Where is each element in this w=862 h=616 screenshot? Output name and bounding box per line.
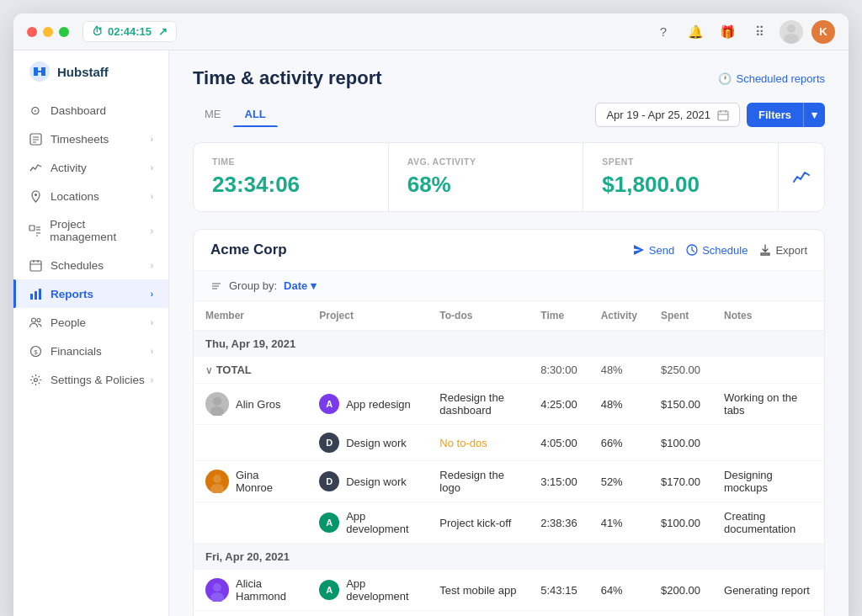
project-name: App redesign [346,398,411,411]
project-badge: A [319,394,339,414]
filters-button[interactable]: Filters ▾ [747,103,825,127]
clock-icon: ⏱ [92,25,103,38]
sidebar-item-project-management[interactable]: Project management › [13,210,168,251]
sidebar-item-activity[interactable]: Activity › [13,153,168,182]
sidebar-item-locations[interactable]: Locations › [13,182,168,210]
stat-time-label: TIME [212,157,370,167]
gift-icon[interactable]: 🎁 [716,20,739,44]
sidebar-item-reports[interactable]: Reports › [13,279,168,308]
timer-display[interactable]: ⏱ 02:44:15 ↗ [82,21,177,42]
date-group-label: Fri, Apr 20, 2021 [194,544,824,571]
filters-label: Filters [747,103,803,127]
chevron-icon: › [151,226,153,236]
report-actions: Send Schedule Export [633,244,807,257]
stat-chart-button[interactable] [778,143,824,211]
stat-spent-value: $1,800.00 [602,172,759,198]
tab-all[interactable]: ALL [233,103,278,127]
sidebar-item-people[interactable]: People › [13,308,168,337]
stats-cards: TIME 23:34:06 AVG. ACTIVITY 68% SPENT $1… [193,142,825,212]
svg-rect-3 [36,71,43,72]
help-icon[interactable]: ? [652,20,675,44]
stat-time-value: 23:34:06 [212,172,370,198]
chevron-icon: › [151,289,153,299]
svg-point-34 [213,397,221,406]
schedules-icon [29,258,42,272]
svg-rect-20 [39,289,41,300]
group-icon [210,280,222,292]
svg-point-36 [213,475,221,483]
main-layout: Hubstaff ⊙ Dashboard Timesheets [13,50,849,616]
bell-icon[interactable]: 🔔 [684,20,707,44]
project-cell: A App development [307,502,428,544]
user-initial-badge[interactable]: K [811,20,835,44]
member-name: Gina Monroe [236,469,295,494]
send-button[interactable]: Send [633,244,674,257]
dashboard-icon: ⊙ [29,104,42,117]
todos-cell: Generating demo account [428,611,529,617]
date-range-picker[interactable]: Apr 19 - Apr 25, 2021 [595,103,740,127]
export-button[interactable]: Export [759,244,807,257]
spent-cell: $150.00 [649,384,712,425]
stat-activity-value: 68% [407,172,565,198]
svg-point-35 [210,406,224,416]
member-cell: Benedict Klein [194,611,307,617]
titlebar-actions: ? 🔔 🎁 ⠿ K [652,20,835,44]
close-dot[interactable] [27,27,37,37]
total-time: 8:30:00 [529,357,588,384]
sidebar-item-schedules[interactable]: Schedules › [13,251,168,279]
activity-cell: 64% [589,570,649,611]
chevron-icon: › [151,318,153,327]
member-cell: Gina Monroe [194,461,307,502]
svg-point-22 [37,318,40,321]
grid-icon[interactable]: ⠿ [748,20,771,44]
send-label: Send [649,244,674,257]
minimize-dot[interactable] [43,27,53,37]
svg-point-0 [787,24,795,33]
project-badge: A [319,580,339,600]
total-row: ∨ TOTAL 8:30:00 48% $250.00 [194,357,824,384]
sidebar-item-dashboard[interactable]: ⊙ Dashboard [13,96,168,125]
filters-chevron-icon[interactable]: ▾ [803,103,825,127]
date-group-row: Thu, Apr 19, 2021 [194,331,824,358]
app-window: ⏱ 02:44:15 ↗ ? 🔔 🎁 ⠿ K Hubstaff [13,13,849,616]
settings-icon [29,373,42,386]
col-notes: Notes [712,301,824,331]
svg-rect-19 [35,291,37,300]
svg-point-37 [210,484,224,493]
maximize-dot[interactable] [59,27,69,37]
filter-controls: Apr 19 - Apr 25, 2021 Filters ▾ [595,103,825,127]
sidebar-item-settings[interactable]: Settings & Policies › [13,365,168,394]
todos-cell: Redesign the logo [428,461,529,502]
total-label: ∨ TOTAL [194,357,529,384]
svg-text:$: $ [34,348,38,356]
time-cell: 3:15:00 [529,461,588,502]
project-badge: A [319,512,339,533]
svg-point-1 [784,34,799,44]
svg-rect-14 [30,261,41,271]
chevron-icon: › [151,261,153,270]
project-cell: A App development [307,570,428,611]
group-by-value[interactable]: Date ▾ [284,279,317,292]
stat-activity: AVG. ACTIVITY 68% [388,143,583,211]
user-avatar[interactable] [780,20,803,44]
report-section: Acme Corp Send Schedule Export [193,229,825,616]
tabs-filter-row: ME ALL Apr 19 - Apr 25, 2021 Filters ▾ [193,103,825,127]
tab-me[interactable]: ME [193,103,233,127]
col-time: Time [529,301,588,331]
svg-point-25 [34,378,37,381]
launch-icon[interactable]: ↗ [158,25,168,38]
todos-cell: No to-dos [428,425,529,461]
spent-cell: $280.00 [649,611,712,617]
table-row: Benedict Klein A App deployment Gene [194,611,824,617]
sidebar-item-financials[interactable]: $ Financials › [13,337,168,365]
scheduled-reports-link[interactable]: 🕐 Scheduled reports [718,72,825,85]
svg-rect-26 [718,111,728,120]
schedule-button[interactable]: Schedule [686,244,748,257]
titlebar: ⏱ 02:44:15 ↗ ? 🔔 🎁 ⠿ K [13,13,849,50]
notes-cell: Monitoring user feedback [712,611,824,617]
project-management-icon [29,224,41,237]
member-name: Alicia Hammond [236,577,295,603]
report-table: Member Project To-dos Time Activity Spen… [194,301,824,616]
sidebar-item-label: Project management [50,218,150,243]
sidebar-item-timesheets[interactable]: Timesheets › [13,125,168,153]
